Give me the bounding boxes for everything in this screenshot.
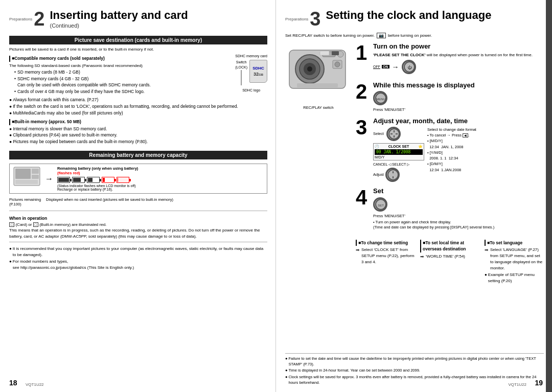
compatible-item-3: • Cards of over 4 GB may only be used if…	[14, 89, 228, 95]
clock-set-bottom: M/D/Y	[375, 155, 423, 159]
local-time-step: ➡ 'WORLD TIME' (P.54)	[420, 253, 479, 261]
menu-dial-icon: MENU	[375, 92, 386, 104]
battery-full	[57, 177, 70, 183]
battery-camera-icons	[13, 166, 41, 187]
mdy-note: • [M/D/Y] 12:34 JAN. 1, 2008	[427, 138, 476, 150]
status-note: (Status indicator flashes when LCD monit…	[57, 184, 136, 191]
local-time-section: ■To set local time at overseas destinati…	[420, 238, 479, 285]
adjust-dial-icon	[387, 169, 398, 181]
builtin-bullet-3: ● Pictures may be copied between cards a…	[9, 139, 267, 145]
step1-number: 1	[356, 42, 371, 63]
local-time-arrow: ➡	[420, 253, 424, 261]
compatible-intro: The following SD standard-based cards (P…	[9, 63, 228, 68]
page-number-left: 18	[9, 379, 17, 387]
section2-heading: Remaining battery and memory capacity	[9, 151, 267, 159]
bullet-multimedia: ● MultiMediaCards may also be used (for …	[9, 110, 267, 117]
svg-rect-16	[320, 51, 329, 55]
left-header: Preparations 2 Inserting battery and car…	[9, 9, 267, 29]
builtin-heading: ■Built-in memory (approx. 50 MB)	[9, 119, 267, 125]
adjust-label: Adjust	[373, 172, 384, 177]
step2-desc: While this message is displayed MENU Pre…	[373, 81, 544, 112]
step3-adjust-row: Adjust	[373, 168, 400, 182]
step2-number: 2	[356, 81, 371, 102]
section1-bullets: ● Always format cards with this camera. …	[9, 97, 267, 117]
left-page: Preparations 2 Inserting battery and car…	[0, 0, 276, 392]
step3-clock-area: Select	[373, 127, 544, 182]
step2-press: Press 'MENU/SET'	[373, 107, 544, 112]
step1-dial: ⏻	[402, 60, 416, 74]
battery-bars: Remaining battery (only when using batte…	[57, 166, 138, 191]
svg-rect-3	[32, 169, 39, 174]
bottom-bullet-2: ● For model numbers and types,see http:/…	[9, 259, 267, 271]
chapter-prefix-left: Preparations	[9, 17, 32, 21]
chapter-badge-left: Preparations 2	[9, 9, 47, 29]
set-language-heading: ■To set language	[485, 240, 544, 246]
svg-rect-2	[15, 169, 31, 179]
change-time-arrow: ➡	[356, 247, 360, 254]
chapter-title-left: Inserting battery and card	[50, 9, 188, 21]
battery-section: → Remaining battery (only when using bat…	[9, 164, 267, 194]
select-date-format-note: Select to change date format	[427, 127, 476, 132]
right-bottom-text-3: Clock settings will be saved for approx.…	[289, 374, 544, 386]
right-bottom-notes: ● Failure to set the date and time will …	[285, 353, 544, 386]
builtin-bullet-2: ● Clipboard pictures (P.64) are saved to…	[9, 132, 267, 139]
change-time-step: ➡ Select 'CLOCK SET' from SETUP menu (P.…	[356, 247, 415, 265]
vqt-left: VQT1U22	[26, 382, 44, 387]
right-page: Preparations 3 Setting the clock and lan…	[276, 0, 552, 392]
cancel-note: • To cancel → Press ◀.	[427, 132, 476, 138]
section1-intro: Pictures will be saved to a card if one …	[9, 47, 267, 52]
right-content: REC/PLAY switch 1 Turn on the power 'PLE…	[285, 42, 544, 353]
svg-text:MENU: MENU	[376, 98, 385, 101]
right-bottom-text-1: Failure to set the date and time will ca…	[289, 356, 544, 367]
camera-diagram-area: REC/PLAY switch	[285, 42, 352, 353]
bottom-bullets: ● It is recommended that you copy import…	[9, 246, 267, 271]
svg-point-10	[307, 66, 312, 72]
battery-50	[87, 177, 100, 183]
bottom-bullet-1: ● It is recommended that you copy import…	[9, 246, 267, 258]
step2-block: 2 While this message is displayed MENU	[356, 81, 544, 112]
bullet-lock: ● If the switch on the card is set to 'L…	[9, 104, 267, 110]
select-dial-icon	[388, 128, 399, 140]
step1-block: 1 Turn on the power 'PLEASE SET THE CLOC…	[356, 42, 544, 76]
change-time-section: ■To change time setting ➡ Select 'CLOCK …	[356, 238, 415, 285]
switch-area: Switch (LOCK)	[235, 60, 247, 86]
set-language-step1: ➡ Select 'LANGUAGE' (P.27) from SETUP me…	[485, 247, 544, 271]
page-number-right: 19	[535, 379, 543, 387]
step2-title: While this message is displayed	[373, 81, 544, 89]
step4-press: Press 'MENU/SET'	[373, 214, 544, 218]
svg-rect-4	[32, 175, 39, 179]
change-time-heading: ■To change time setting	[356, 240, 415, 246]
page: Preparations 2 Inserting battery and car…	[0, 0, 552, 392]
svg-rect-5	[15, 180, 38, 184]
right-bottom-bullet-1: ● Failure to set the date and time will …	[285, 356, 544, 367]
vqt-right: VQT1U22	[508, 382, 526, 387]
ymd-note: • [Y/M/D] 2008. 1. 1 12:34	[427, 150, 476, 162]
right-header: Preparations 3 Setting the clock and lan…	[285, 9, 544, 29]
sdhc-card-icon: SDHC 32GB	[249, 60, 267, 83]
sdhc-card-label: SDHC memory card	[235, 54, 267, 59]
steps-area: 1 Turn on the power 'PLEASE SET THE CLOC…	[356, 42, 544, 353]
step1-bold: 'PLEASE SET THE CLOCK'	[373, 53, 425, 57]
step4-note1: • Turn on power again and check time dis…	[373, 220, 544, 225]
step2-icons: MENU	[373, 91, 544, 105]
step1-title: Turn on the power	[373, 42, 544, 51]
step1-icons: OFF ON → ⏻	[373, 60, 544, 74]
right-sidebar-bar	[546, 0, 552, 392]
set-language-bullet: ● Example of SETUP menu setting (P.20)	[485, 272, 544, 284]
step3-adjust-dial	[385, 168, 400, 182]
builtin-bullets: ● Internal memory is slower than SD memo…	[9, 126, 267, 146]
step3-title: Adjust year, month, date, time	[373, 117, 544, 125]
date-format-display: M/D/Y	[375, 155, 384, 159]
right-bottom-text-2: Time is displayed in 24-hour format. Yea…	[289, 367, 420, 373]
camera-mode-icon: 📷	[377, 33, 386, 38]
battery-bars-row	[57, 177, 129, 183]
divider-2	[9, 242, 267, 242]
divider-1	[9, 211, 267, 211]
chapter-number-right: 3	[310, 9, 320, 29]
compatible-heading: ■Compatible memory cards (sold separatel…	[9, 56, 228, 62]
svg-point-14	[335, 62, 340, 67]
chapter-prefix-right: Preparations	[285, 17, 308, 21]
battery-empty	[117, 177, 129, 183]
sub-sections: ■To change time setting ➡ Select 'CLOCK …	[356, 238, 544, 285]
chapter-subtitle-left: (Continued)	[50, 22, 188, 29]
